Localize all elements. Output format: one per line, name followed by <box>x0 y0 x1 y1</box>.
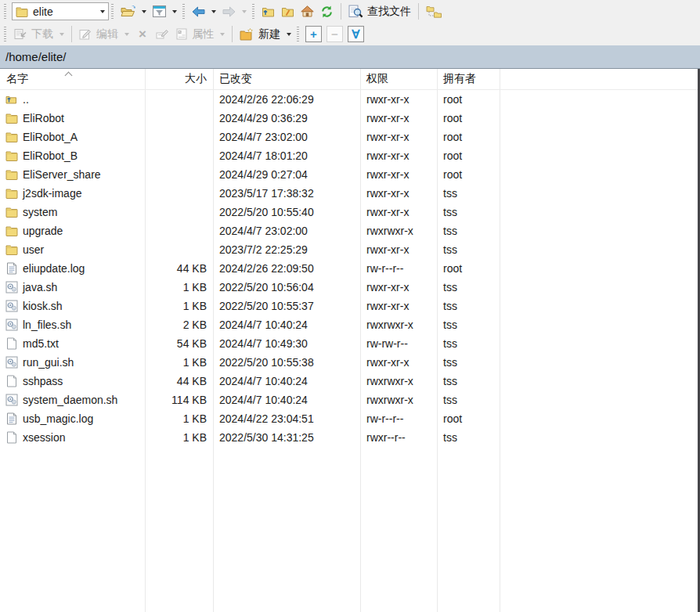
toolbar-grip[interactable] <box>252 4 254 20</box>
column-divider[interactable] <box>437 69 438 612</box>
download-button[interactable]: 下载 <box>10 26 56 43</box>
forward-button[interactable] <box>219 5 239 19</box>
filter-button[interactable] <box>150 4 169 19</box>
open-directory-dropdown[interactable] <box>139 9 150 15</box>
column-divider[interactable] <box>360 69 361 612</box>
table-row[interactable]: EliRobot 2024/4/29 0:36:29 rwxr-xr-x roo… <box>0 109 700 128</box>
edit-button[interactable]: 编辑 <box>76 26 121 43</box>
remove-filter-button[interactable]: − <box>327 26 343 42</box>
table-row[interactable]: xsession 1 KB 2022/5/30 14:31:25 rwxr--r… <box>0 428 700 447</box>
table-row[interactable]: md5.txt 54 KB 2024/4/7 10:49:30 rw-rw-r-… <box>0 334 700 353</box>
file-panel: 名字 大小 已改变 权限 拥有者 .. 2024/2/26 22:06:29 r… <box>0 69 700 612</box>
filter-list-button[interactable]: ∀ <box>348 26 364 42</box>
column-divider[interactable] <box>145 69 146 612</box>
address-bar[interactable]: /home/elite/ <box>0 45 700 69</box>
column-header-rights[interactable]: 权限 <box>360 69 437 89</box>
back-button[interactable] <box>189 5 208 19</box>
table-row[interactable]: EliRobot_A 2024/4/7 23:02:00 rwxr-xr-x r… <box>0 128 700 146</box>
file-size <box>145 203 213 221</box>
edit-dropdown[interactable] <box>121 31 132 38</box>
download-dropdown[interactable] <box>56 31 67 38</box>
find-files-button[interactable]: 查找文件 <box>345 3 414 20</box>
file-owner: tss <box>437 240 500 259</box>
file-name: ln_files.sh <box>23 319 71 331</box>
table-row[interactable]: usb_magic.log 1 KB 2024/4/22 23:04:51 rw… <box>0 409 700 428</box>
table-row[interactable]: upgrade 2024/4/7 23:02:00 rwxrwxr-x tss <box>0 221 700 240</box>
table-row[interactable]: sshpass 44 KB 2024/4/7 10:40:24 rwxrwxr-… <box>0 372 700 391</box>
table-row[interactable]: .. 2024/2/26 22:06:29 rwxr-xr-x root <box>0 90 700 109</box>
new-dropdown[interactable] <box>283 31 294 38</box>
folder-icon <box>5 149 18 162</box>
table-row[interactable]: system 2022/5/20 10:55:40 rwxr-xr-x tss <box>0 203 700 221</box>
file-owner: root <box>437 128 500 146</box>
table-row[interactable]: run_gui.sh 1 KB 2022/5/20 10:55:38 rwxr-… <box>0 353 700 372</box>
table-row[interactable]: system_daemon.sh 114 KB 2024/4/7 10:40:2… <box>0 391 700 409</box>
file-rights: rwxrwxr-x <box>360 391 437 409</box>
file-size: 2 KB <box>145 315 213 334</box>
file-name: xsession <box>23 431 65 444</box>
toolbar-grip[interactable] <box>4 27 6 42</box>
shell-script-icon <box>5 319 18 331</box>
file-owner: root <box>437 409 500 428</box>
new-button[interactable]: 新建 <box>236 26 283 43</box>
file-size <box>145 240 213 259</box>
log-file-icon <box>5 412 18 425</box>
file-size <box>145 184 213 203</box>
toolbar-grip[interactable] <box>182 4 185 20</box>
table-row[interactable]: j2sdk-image 2023/5/17 17:38:32 rwxr-xr-x… <box>0 184 700 203</box>
shell-script-icon <box>5 356 18 369</box>
table-row[interactable]: EliRobot_B 2024/4/7 18:01:20 rwxr-xr-x r… <box>0 146 700 165</box>
toolbar-grip[interactable] <box>297 27 299 42</box>
file-name: .. <box>23 93 29 106</box>
chevron-down-icon <box>100 10 105 13</box>
file-changed: 2023/5/17 17:38:32 <box>213 184 360 203</box>
file-rights: rwxrwxr-x <box>360 372 437 391</box>
file-owner: tss <box>437 297 500 315</box>
session-name: elite <box>33 5 96 18</box>
table-row[interactable]: user 2023/7/2 22:25:29 rwxr-xr-x tss <box>0 240 700 259</box>
table-row[interactable]: ln_files.sh 2 KB 2024/4/7 10:40:24 rwxrw… <box>0 315 700 334</box>
file-changed: 2022/5/20 10:55:37 <box>213 297 360 315</box>
refresh-button[interactable] <box>317 4 337 20</box>
synchronize-browsing-button[interactable] <box>423 4 445 20</box>
file-rights: rwxr-xr-x <box>360 240 437 259</box>
toolbar-grip[interactable] <box>4 4 6 20</box>
folder-root-icon <box>281 6 294 17</box>
folder-tree-icon <box>426 5 442 18</box>
chevron-down-icon <box>287 33 291 36</box>
edit-label: 编辑 <box>96 27 118 41</box>
forward-dropdown[interactable] <box>239 9 250 15</box>
file-changed: 2024/4/22 23:04:51 <box>213 409 360 428</box>
add-filter-button[interactable]: + <box>305 26 322 42</box>
filter-dropdown[interactable] <box>169 9 180 15</box>
rename-button[interactable] <box>153 27 172 41</box>
table-row[interactable]: EliServer_share 2024/4/29 0:27:04 rwxr-x… <box>0 165 700 184</box>
session-folder-icon <box>16 6 28 17</box>
column-header-changed[interactable]: 已改变 <box>213 69 360 89</box>
file-size <box>145 146 213 165</box>
folder-icon <box>5 131 18 143</box>
column-header-name[interactable]: 名字 <box>0 69 145 89</box>
column-divider[interactable] <box>213 69 214 612</box>
session-selector[interactable]: elite <box>12 2 109 20</box>
chevron-down-icon <box>242 10 247 13</box>
file-changed: 2024/4/7 10:40:24 <box>213 391 360 409</box>
root-directory-button[interactable] <box>278 5 298 19</box>
column-header-size[interactable]: 大小 <box>145 69 213 89</box>
delete-button[interactable]: × <box>132 25 153 44</box>
table-row[interactable]: eliupdate.log 44 KB 2024/2/26 22:09:50 r… <box>0 259 700 278</box>
file-rights: rwxr-xr-x <box>360 165 437 184</box>
table-row[interactable]: java.sh 1 KB 2022/5/20 10:56:04 rwxr-xr-… <box>0 278 700 297</box>
table-row[interactable]: kiosk.sh 1 KB 2022/5/20 10:55:37 rwxr-xr… <box>0 297 700 315</box>
chevron-down-icon <box>142 10 146 13</box>
properties-dropdown[interactable] <box>217 31 228 38</box>
column-header-owner[interactable]: 拥有者 <box>437 69 500 89</box>
properties-button[interactable]: 属性 <box>172 26 217 43</box>
download-label: 下载 <box>31 27 53 41</box>
parent-directory-button[interactable] <box>258 5 278 19</box>
open-directory-button[interactable] <box>117 4 139 19</box>
column-divider[interactable] <box>500 69 500 612</box>
toolbar-grip[interactable] <box>111 4 114 20</box>
home-directory-button[interactable] <box>298 4 317 19</box>
back-dropdown[interactable] <box>208 9 219 15</box>
